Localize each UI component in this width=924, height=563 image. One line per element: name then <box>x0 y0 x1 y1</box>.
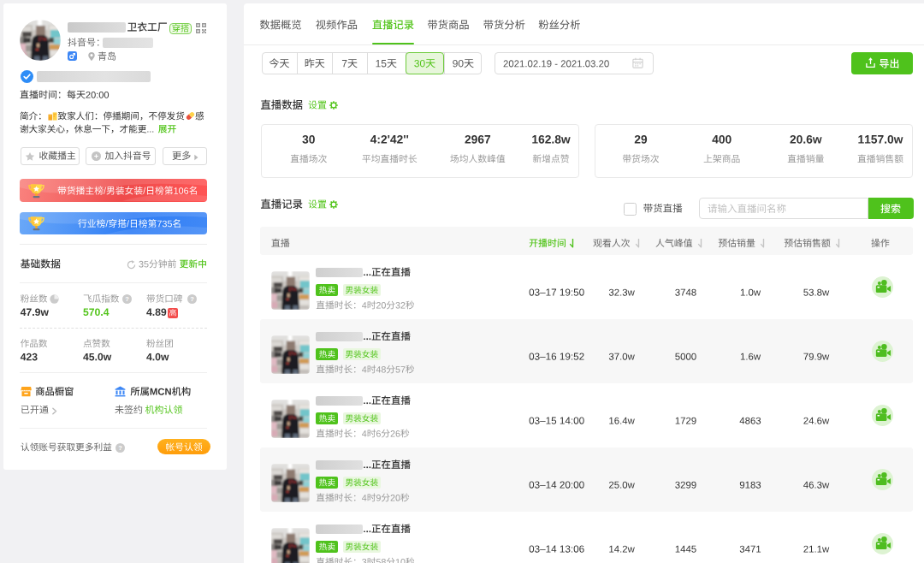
svg-text:?: ? <box>118 444 122 452</box>
svg-text:?: ? <box>125 295 129 303</box>
svg-text:?: ? <box>190 295 194 303</box>
